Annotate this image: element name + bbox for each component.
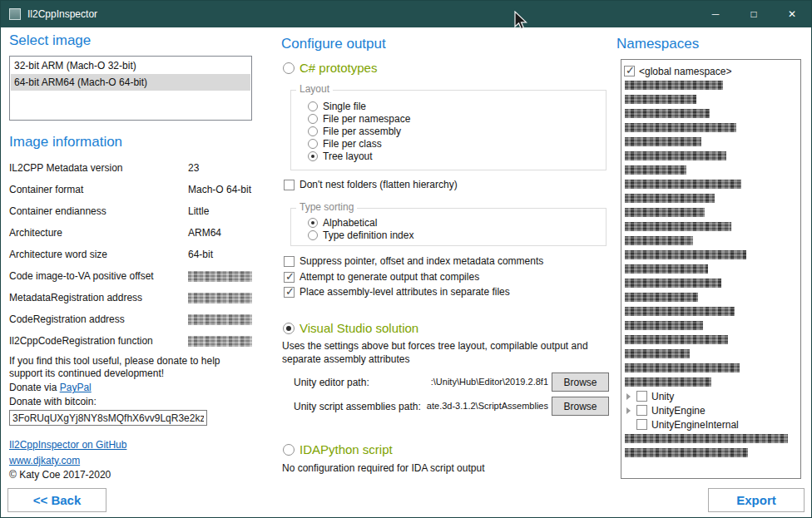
namespace-row-redacted (624, 276, 798, 290)
namespace-row-redacted (624, 220, 798, 234)
info-value: Little (188, 205, 209, 217)
image-list-item[interactable]: 64-bit ARM64 (Mach-O 64-bit) (11, 74, 250, 91)
info-row: IL2CPP Metadata version23 (9, 157, 252, 179)
namespace-list[interactable]: <global namespace>UnityUnityEngineUnityE… (621, 59, 801, 479)
layout-groupbox: Layout Single fileFile per namespaceFile… (290, 90, 607, 170)
window-controls: ─ □ ✕ (696, 1, 811, 27)
info-row: Il2CppCodeRegistration function (9, 330, 252, 352)
checkbox-label: Don't nest folders (flatten hierarchy) (300, 179, 458, 190)
namespace-row-redacted (624, 318, 798, 333)
checkbox-label: Attempt to generate output that compiles (300, 271, 479, 283)
namespace-checkbox[interactable] (636, 419, 647, 430)
expander-icon[interactable] (624, 391, 636, 402)
info-row: ArchitectureARM64 (9, 222, 252, 244)
window-title: Il2CppInspector (27, 8, 97, 20)
redacted-namespace (625, 137, 701, 146)
expander-icon[interactable] (624, 405, 636, 416)
unity-script-path-value: ate.3d-3.1.2\ScriptAssemblies (417, 401, 548, 411)
close-button[interactable]: ✕ (773, 1, 811, 27)
info-label: Container endianness (9, 205, 188, 217)
layout-radio-option[interactable]: File per assembly (308, 125, 606, 137)
redacted-namespace (625, 109, 710, 118)
namespace-row-redacted (624, 432, 798, 446)
redacted-namespace (625, 165, 686, 175)
select-image-header: Select image (9, 32, 252, 49)
redacted-namespace (625, 321, 703, 330)
namespace-row[interactable]: <global namespace> (624, 64, 798, 78)
redacted-namespace (625, 363, 740, 372)
image-list-item[interactable]: 32-bit ARM (Mach-O 32-bit) (11, 57, 250, 74)
donate-bitcoin-label: Donate with bitcoin: (9, 396, 252, 408)
suppress-metadata-checkbox[interactable]: Suppress pointer, offset and index metad… (284, 255, 543, 267)
type-sorting-radio-option[interactable]: Alphabetical (308, 216, 606, 229)
separate-attributes-checkbox[interactable]: Place assembly-level attributes in separ… (284, 286, 510, 298)
visual-studio-solution-radio[interactable]: Visual Studio solution (283, 321, 418, 335)
title-bar: Il2CppInspector ─ □ ✕ (1, 1, 811, 27)
info-label: Architecture (9, 227, 188, 239)
group-title: Layout (296, 83, 333, 95)
github-link[interactable]: Il2CppInspector on GitHub (9, 439, 126, 451)
expander-spacer (624, 419, 636, 430)
namespace-row[interactable]: UnityEngineInternal (624, 417, 798, 432)
redacted-namespace (625, 208, 705, 217)
flatten-checkbox[interactable]: Don't nest folders (flatten hierarchy) (284, 179, 458, 190)
redacted-namespace (625, 307, 735, 316)
namespace-checkbox[interactable] (636, 391, 647, 402)
checkbox-label: Place assembly-level attributes in separ… (300, 286, 510, 298)
bitcoin-address-input[interactable] (9, 410, 207, 426)
info-value: 64-bit (188, 249, 213, 260)
radio-icon (308, 126, 318, 136)
namespace-checkbox[interactable] (624, 66, 635, 76)
redacted-namespace (625, 236, 693, 245)
maximize-button[interactable]: □ (735, 1, 773, 27)
redacted-namespace (625, 250, 746, 259)
namespace-row-redacted (624, 149, 798, 163)
redacted-namespace (625, 264, 708, 274)
namespace-row-redacted (624, 191, 798, 205)
image-information-header: Image information (9, 134, 252, 150)
radio-label: Single file (323, 101, 366, 112)
layout-radio-option[interactable]: Single file (308, 100, 606, 112)
csharp-prototypes-radio[interactable]: C# prototypes (283, 61, 377, 75)
layout-radio-option[interactable]: File per class (308, 137, 606, 150)
idapython-script-radio[interactable]: IDAPython script (283, 442, 393, 456)
radio-icon (308, 114, 318, 124)
donate-via-text: Donate via (9, 382, 60, 393)
app-window: Il2CppInspector ─ □ ✕ Select image 32-bi… (0, 0, 812, 518)
namespace-row-redacted (624, 290, 798, 304)
checkbox-icon (284, 256, 295, 267)
namespace-row[interactable]: Unity (624, 389, 798, 403)
namespace-checkbox[interactable] (636, 405, 647, 416)
radio-label: File per namespace (323, 113, 410, 125)
redacted-namespace (625, 335, 728, 344)
minimize-button[interactable]: ─ (696, 1, 735, 27)
unity-editor-browse-button[interactable]: Browse (552, 372, 609, 392)
namespace-row-redacted (624, 446, 798, 460)
radio-label: File per class (323, 138, 382, 150)
namespace-row-redacted (624, 106, 798, 121)
info-value: ARM64 (188, 227, 221, 239)
layout-radio-option[interactable]: File per namespace (308, 112, 606, 125)
website-link[interactable]: www.djkaty.com (9, 455, 80, 466)
namespace-row-redacted (624, 333, 798, 347)
back-button[interactable]: << Back (7, 488, 106, 512)
configure-output-header: Configure output (281, 36, 386, 52)
redacted-namespace (625, 434, 788, 443)
option-label: IDAPython script (300, 442, 393, 456)
image-listbox[interactable]: 32-bit ARM (Mach-O 32-bit)64-bit ARM64 (… (9, 56, 252, 121)
info-label: Il2CppCodeRegistration function (9, 335, 188, 347)
namespace-row[interactable]: UnityEngine (624, 403, 798, 417)
redacted-namespace (625, 293, 698, 302)
unity-script-browse-button[interactable]: Browse (552, 397, 609, 416)
radio-icon (283, 62, 295, 74)
compilable-output-checkbox[interactable]: Attempt to generate output that compiles (284, 271, 479, 283)
paypal-link[interactable]: PayPal (60, 382, 92, 393)
info-value: Mach-O 64-bit (188, 184, 251, 195)
type-sorting-groupbox: Type sorting AlphabeticalType definition… (290, 208, 607, 246)
radio-label: Tree layout (323, 150, 373, 162)
layout-radio-option[interactable]: Tree layout (308, 150, 606, 162)
redacted-namespace (625, 194, 715, 203)
export-button[interactable]: Export (708, 488, 805, 512)
type-sorting-radio-option[interactable]: Type definition index (308, 229, 606, 241)
info-value: 23 (188, 162, 199, 174)
